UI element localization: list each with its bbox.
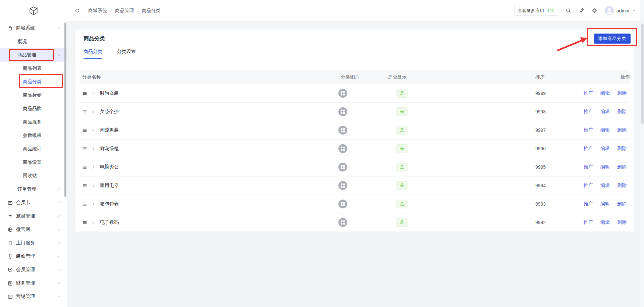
user-menu[interactable]: admin xyxy=(605,6,636,15)
breadcrumb-item[interactable]: 商品管理 xyxy=(115,8,134,14)
search-icon[interactable] xyxy=(566,8,571,13)
action-edit-link[interactable]: 编辑 xyxy=(600,164,610,170)
tab-category-settings[interactable]: 分类设置 xyxy=(117,46,136,59)
sidebar-scrollbar-thumb[interactable] xyxy=(64,22,66,197)
image-placeholder-icon xyxy=(338,218,347,227)
sidebar-item-param-template[interactable]: 参数模板 xyxy=(0,129,67,142)
sidebar-item-label: 商城系统 xyxy=(16,25,35,31)
action-edit-link[interactable]: 编辑 xyxy=(600,90,610,96)
expand-row-icon[interactable] xyxy=(91,128,96,133)
page-scrollbar[interactable] xyxy=(640,0,644,307)
sidebar-item-member-card[interactable]: 会员卡 xyxy=(0,196,67,209)
marketing-management-icon xyxy=(7,294,13,300)
action-edit-link[interactable]: 编辑 xyxy=(600,201,610,207)
table-row: 箱包钟表是9993推广编辑删除 xyxy=(79,195,630,213)
action-promote-link[interactable]: 推广 xyxy=(584,164,593,170)
sidebar-item-member-management[interactable]: 会员管理 xyxy=(0,263,67,276)
action-delete-link[interactable]: 删除 xyxy=(617,109,627,115)
drag-handle-icon[interactable] xyxy=(82,220,87,225)
visible-cell: 是 xyxy=(385,107,533,116)
sort-value: 9999 xyxy=(533,91,573,96)
action-delete-link[interactable]: 删除 xyxy=(617,219,627,225)
action-promote-link[interactable]: 推广 xyxy=(584,127,593,133)
sidebar-item-product-settings[interactable]: 商品设置 xyxy=(0,156,67,169)
sidebar-item-micro-site[interactable]: 微官网 xyxy=(0,223,67,236)
action-promote-link[interactable]: 推广 xyxy=(584,90,593,96)
sidebar-item-product-stats[interactable]: 商品统计 xyxy=(0,142,67,156)
sidebar-item-product-list[interactable]: 商品列表 xyxy=(0,62,67,75)
action-edit-link[interactable]: 编辑 xyxy=(600,146,610,152)
door-service-icon xyxy=(7,240,13,246)
actions-cell: 推广编辑删除 xyxy=(573,146,630,152)
sidebar-item-label: 概况 xyxy=(17,39,27,45)
action-delete-link[interactable]: 删除 xyxy=(617,164,627,170)
sidebar-item-door-service[interactable]: 上门服务 xyxy=(0,236,67,250)
tab-product-category[interactable]: 商品分类 xyxy=(84,46,102,59)
sidebar-item-marketing-management[interactable]: 营销管理 xyxy=(0,290,67,303)
sidebar-item-recycle-bin[interactable]: 回收站 xyxy=(0,169,67,183)
drag-handle-icon[interactable] xyxy=(82,165,87,170)
topbar: 商城系统 / 商品管理 / 商品分类 全套餐多应用 正常 admin xyxy=(67,0,644,21)
drag-handle-icon[interactable] xyxy=(82,91,87,96)
category-name-cell: 电子数码 xyxy=(79,219,338,225)
action-edit-link[interactable]: 编辑 xyxy=(600,109,610,115)
action-edit-link[interactable]: 编辑 xyxy=(600,219,610,225)
expand-row-icon[interactable] xyxy=(91,147,96,151)
actions-cell: 推广编辑删除 xyxy=(573,164,630,170)
refresh-icon[interactable] xyxy=(74,8,80,13)
image-placeholder-icon xyxy=(338,181,347,190)
expand-row-icon[interactable] xyxy=(91,202,96,206)
table-row: 鲜花绿植是9996推广编辑删除 xyxy=(79,140,630,158)
drag-handle-icon[interactable] xyxy=(82,202,87,207)
expand-row-icon[interactable] xyxy=(91,110,96,114)
plan-badge[interactable]: 全套餐多应用 正常 xyxy=(514,6,558,16)
sidebar-item-product-management[interactable]: 商品管理 xyxy=(0,48,67,62)
action-delete-link[interactable]: 删除 xyxy=(617,146,627,152)
expand-row-icon[interactable] xyxy=(91,220,96,225)
action-delete-link[interactable]: 删除 xyxy=(617,127,627,133)
sidebar-item-product-category[interactable]: 商品分类 xyxy=(0,75,67,89)
table-header: 分类名称 分类图片 是否显示 排序 操作 xyxy=(79,70,630,84)
action-delete-link[interactable]: 删除 xyxy=(617,183,627,189)
action-promote-link[interactable]: 推广 xyxy=(584,109,593,115)
chevron-down-icon xyxy=(632,9,636,13)
action-promote-link[interactable]: 推广 xyxy=(584,146,593,152)
drag-handle-icon[interactable] xyxy=(82,109,87,114)
sort-value: 9994 xyxy=(533,183,573,188)
expand-row-icon[interactable] xyxy=(91,165,96,169)
rocket-icon[interactable] xyxy=(579,8,584,13)
sidebar-item-order-management[interactable]: 订单管理 xyxy=(0,183,67,196)
action-delete-link[interactable]: 删除 xyxy=(617,201,627,207)
action-edit-link[interactable]: 编辑 xyxy=(600,127,610,133)
action-edit-link[interactable]: 编辑 xyxy=(600,183,610,189)
gear-icon[interactable] xyxy=(592,8,597,13)
page-scrollbar-thumb[interactable] xyxy=(641,23,644,124)
action-promote-link[interactable]: 推广 xyxy=(584,201,593,207)
sidebar-item-mall-system[interactable]: 商城系统 xyxy=(0,21,67,35)
category-image-cell xyxy=(338,89,385,98)
sidebar-item-overview[interactable]: 概况 xyxy=(0,35,67,48)
category-image-cell xyxy=(338,181,385,190)
action-delete-link[interactable]: 删除 xyxy=(617,90,627,96)
action-promote-link[interactable]: 推广 xyxy=(584,219,593,225)
sidebar-item-label: 回收站 xyxy=(23,173,37,179)
expand-row-icon[interactable] xyxy=(91,91,96,96)
visible-cell: 是 xyxy=(385,200,533,208)
drag-handle-icon[interactable] xyxy=(82,146,87,151)
sidebar-item-product-service[interactable]: 商品服务 xyxy=(0,115,67,129)
member-card-icon xyxy=(7,200,13,206)
drag-handle-icon[interactable] xyxy=(82,183,87,188)
action-promote-link[interactable]: 推广 xyxy=(584,183,593,189)
sidebar-item-finance-management[interactable]: 财务管理 xyxy=(0,276,67,290)
add-category-button[interactable]: 添加商品分类 xyxy=(594,34,631,44)
expand-row-icon[interactable] xyxy=(91,184,96,188)
sidebar-item-product-tags[interactable]: 商品标签 xyxy=(0,89,67,102)
breadcrumb-item[interactable]: 商城系统 xyxy=(88,8,107,14)
sidebar-item-product-brand[interactable]: 商品品牌 xyxy=(0,102,67,115)
sidebar-item-travel-management[interactable]: 旅游管理 xyxy=(0,209,67,223)
sidebar-item-decoration-management[interactable]: 装修管理 xyxy=(0,250,67,263)
visible-cell: 是 xyxy=(385,89,533,98)
app-logo xyxy=(0,0,67,21)
visible-badge: 是 xyxy=(396,107,408,116)
drag-handle-icon[interactable] xyxy=(82,128,87,133)
